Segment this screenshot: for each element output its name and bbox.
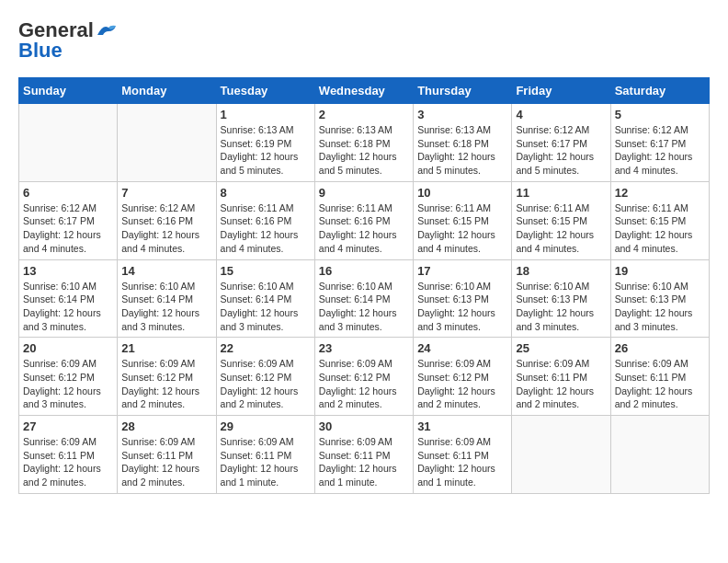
day-content: Sunrise: 6:12 AM Sunset: 6:17 PM Dayligh… <box>615 123 705 178</box>
day-number: 25 <box>516 341 606 355</box>
day-number: 15 <box>221 264 311 278</box>
weekday-header-wednesday: Wednesday <box>314 78 413 104</box>
day-number: 31 <box>417 419 507 433</box>
calendar-cell <box>512 416 610 494</box>
day-number: 24 <box>417 341 507 355</box>
day-number: 28 <box>121 419 211 433</box>
day-number: 6 <box>23 186 113 200</box>
day-number: 30 <box>319 419 409 433</box>
day-number: 11 <box>516 186 606 200</box>
day-number: 3 <box>417 108 507 121</box>
day-number: 10 <box>417 186 507 200</box>
calendar-cell: 24Sunrise: 6:09 AM Sunset: 6:12 PM Dayli… <box>414 338 512 416</box>
day-content: Sunrise: 6:10 AM Sunset: 6:13 PM Dayligh… <box>516 280 606 334</box>
calendar-cell: 10Sunrise: 6:11 AM Sunset: 6:15 PM Dayli… <box>414 181 512 259</box>
calendar-cell: 14Sunrise: 6:10 AM Sunset: 6:14 PM Dayli… <box>118 259 216 338</box>
calendar-cell: 2Sunrise: 6:13 AM Sunset: 6:18 PM Daylig… <box>314 104 413 182</box>
day-content: Sunrise: 6:11 AM Sunset: 6:15 PM Dayligh… <box>516 201 606 256</box>
day-content: Sunrise: 6:10 AM Sunset: 6:14 PM Dayligh… <box>221 280 311 334</box>
calendar-cell <box>19 104 118 182</box>
calendar-week-4: 20Sunrise: 6:09 AM Sunset: 6:12 PM Dayli… <box>19 338 710 416</box>
day-content: Sunrise: 6:13 AM Sunset: 6:18 PM Dayligh… <box>417 123 507 178</box>
day-number: 18 <box>516 264 606 278</box>
day-number: 16 <box>319 264 409 278</box>
day-number: 1 <box>221 108 311 121</box>
day-content: Sunrise: 6:09 AM Sunset: 6:11 PM Dayligh… <box>516 357 606 411</box>
day-content: Sunrise: 6:11 AM Sunset: 6:16 PM Dayligh… <box>221 201 311 256</box>
calendar-cell: 12Sunrise: 6:11 AM Sunset: 6:15 PM Dayli… <box>610 181 709 259</box>
day-number: 27 <box>23 419 113 433</box>
calendar-week-1: 1Sunrise: 6:13 AM Sunset: 6:19 PM Daylig… <box>19 104 710 182</box>
calendar-cell: 5Sunrise: 6:12 AM Sunset: 6:17 PM Daylig… <box>610 104 709 182</box>
calendar-week-5: 27Sunrise: 6:09 AM Sunset: 6:11 PM Dayli… <box>19 416 710 494</box>
day-content: Sunrise: 6:13 AM Sunset: 6:19 PM Dayligh… <box>221 123 311 178</box>
day-number: 9 <box>319 186 409 200</box>
logo-blue: Blue <box>18 39 63 63</box>
day-content: Sunrise: 6:10 AM Sunset: 6:14 PM Dayligh… <box>23 280 113 334</box>
calendar-cell: 29Sunrise: 6:09 AM Sunset: 6:11 PM Dayli… <box>216 416 314 494</box>
day-content: Sunrise: 6:11 AM Sunset: 6:15 PM Dayligh… <box>615 201 705 256</box>
day-content: Sunrise: 6:10 AM Sunset: 6:14 PM Dayligh… <box>319 280 409 334</box>
day-content: Sunrise: 6:09 AM Sunset: 6:11 PM Dayligh… <box>221 435 311 489</box>
day-content: Sunrise: 6:12 AM Sunset: 6:17 PM Dayligh… <box>23 201 113 256</box>
calendar-cell: 1Sunrise: 6:13 AM Sunset: 6:19 PM Daylig… <box>216 104 314 182</box>
day-content: Sunrise: 6:09 AM Sunset: 6:12 PM Dayligh… <box>319 357 409 411</box>
day-content: Sunrise: 6:12 AM Sunset: 6:16 PM Dayligh… <box>121 201 211 256</box>
day-content: Sunrise: 6:09 AM Sunset: 6:11 PM Dayligh… <box>23 435 113 489</box>
calendar-cell: 23Sunrise: 6:09 AM Sunset: 6:12 PM Dayli… <box>314 338 413 416</box>
calendar-cell: 26Sunrise: 6:09 AM Sunset: 6:11 PM Dayli… <box>610 338 709 416</box>
day-number: 23 <box>319 341 409 355</box>
day-number: 26 <box>615 341 705 355</box>
weekday-header-sunday: Sunday <box>19 78 118 104</box>
calendar-header-row: SundayMondayTuesdayWednesdayThursdayFrid… <box>19 78 710 104</box>
day-number: 19 <box>615 264 705 278</box>
day-content: Sunrise: 6:09 AM Sunset: 6:11 PM Dayligh… <box>319 435 409 489</box>
day-content: Sunrise: 6:10 AM Sunset: 6:13 PM Dayligh… <box>417 280 507 334</box>
calendar-cell: 3Sunrise: 6:13 AM Sunset: 6:18 PM Daylig… <box>414 104 512 182</box>
day-content: Sunrise: 6:11 AM Sunset: 6:16 PM Dayligh… <box>319 201 409 256</box>
day-number: 5 <box>615 108 705 121</box>
day-number: 21 <box>121 341 211 355</box>
calendar-cell: 17Sunrise: 6:10 AM Sunset: 6:13 PM Dayli… <box>414 259 512 338</box>
day-number: 12 <box>615 186 705 200</box>
day-content: Sunrise: 6:09 AM Sunset: 6:11 PM Dayligh… <box>615 357 705 411</box>
calendar-week-2: 6Sunrise: 6:12 AM Sunset: 6:17 PM Daylig… <box>19 181 710 259</box>
page-header: General Blue <box>18 18 710 63</box>
calendar-week-3: 13Sunrise: 6:10 AM Sunset: 6:14 PM Dayli… <box>19 259 710 338</box>
day-number: 17 <box>417 264 507 278</box>
calendar-cell: 8Sunrise: 6:11 AM Sunset: 6:16 PM Daylig… <box>216 181 314 259</box>
day-number: 4 <box>516 108 606 121</box>
day-content: Sunrise: 6:13 AM Sunset: 6:18 PM Dayligh… <box>319 123 409 178</box>
day-content: Sunrise: 6:12 AM Sunset: 6:17 PM Dayligh… <box>516 123 606 178</box>
day-content: Sunrise: 6:10 AM Sunset: 6:14 PM Dayligh… <box>121 280 211 334</box>
weekday-header-saturday: Saturday <box>610 78 709 104</box>
calendar-cell: 6Sunrise: 6:12 AM Sunset: 6:17 PM Daylig… <box>19 181 118 259</box>
day-number: 8 <box>221 186 311 200</box>
calendar-cell: 22Sunrise: 6:09 AM Sunset: 6:12 PM Dayli… <box>216 338 314 416</box>
calendar-cell: 27Sunrise: 6:09 AM Sunset: 6:11 PM Dayli… <box>19 416 118 494</box>
calendar-cell: 4Sunrise: 6:12 AM Sunset: 6:17 PM Daylig… <box>512 104 610 182</box>
day-content: Sunrise: 6:09 AM Sunset: 6:12 PM Dayligh… <box>221 357 311 411</box>
calendar-cell: 31Sunrise: 6:09 AM Sunset: 6:11 PM Dayli… <box>414 416 512 494</box>
day-number: 7 <box>121 186 211 200</box>
day-number: 29 <box>221 419 311 433</box>
calendar-cell: 21Sunrise: 6:09 AM Sunset: 6:12 PM Dayli… <box>118 338 216 416</box>
calendar-cell: 18Sunrise: 6:10 AM Sunset: 6:13 PM Dayli… <box>512 259 610 338</box>
day-content: Sunrise: 6:11 AM Sunset: 6:15 PM Dayligh… <box>417 201 507 256</box>
weekday-header-tuesday: Tuesday <box>216 78 314 104</box>
calendar-cell: 7Sunrise: 6:12 AM Sunset: 6:16 PM Daylig… <box>118 181 216 259</box>
day-content: Sunrise: 6:09 AM Sunset: 6:12 PM Dayligh… <box>417 357 507 411</box>
day-content: Sunrise: 6:09 AM Sunset: 6:12 PM Dayligh… <box>121 357 211 411</box>
day-content: Sunrise: 6:10 AM Sunset: 6:13 PM Dayligh… <box>615 280 705 334</box>
calendar-cell: 30Sunrise: 6:09 AM Sunset: 6:11 PM Dayli… <box>314 416 413 494</box>
calendar-cell: 28Sunrise: 6:09 AM Sunset: 6:11 PM Dayli… <box>118 416 216 494</box>
calendar-cell: 19Sunrise: 6:10 AM Sunset: 6:13 PM Dayli… <box>610 259 709 338</box>
day-number: 22 <box>221 341 311 355</box>
weekday-header-thursday: Thursday <box>414 78 512 104</box>
calendar-body: 1Sunrise: 6:13 AM Sunset: 6:19 PM Daylig… <box>19 104 710 494</box>
day-content: Sunrise: 6:09 AM Sunset: 6:11 PM Dayligh… <box>417 435 507 489</box>
calendar-cell <box>118 104 216 182</box>
calendar-cell: 13Sunrise: 6:10 AM Sunset: 6:14 PM Dayli… <box>19 259 118 338</box>
calendar-table: SundayMondayTuesdayWednesdayThursdayFrid… <box>18 77 710 494</box>
logo: General Blue <box>18 18 116 63</box>
